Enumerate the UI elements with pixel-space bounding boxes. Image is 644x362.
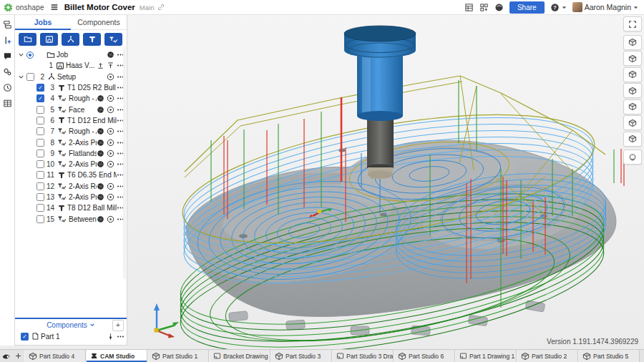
grid-panel-icon[interactable] [3,99,12,108]
menu-icon[interactable] [117,94,125,102]
tree-row[interactable]: 1Haas V... [15,60,127,71]
gears-panel-icon[interactable] [3,67,12,77]
doc-tab[interactable]: Bracket Drawing 1 [209,350,270,362]
help-icon[interactable]: ? [550,3,560,12]
menu-icon[interactable] [117,62,125,69]
play-icon[interactable] [107,150,114,157]
tree-row[interactable]: 2Setup [15,72,127,82]
tree-row[interactable]: ✓3T1 D25 R2 Bull ... [15,82,127,93]
visibility-checkbox[interactable]: ✓ [36,94,44,102]
add-component-button[interactable]: + [112,320,124,331]
visibility-checkbox[interactable] [36,171,44,179]
stock-icon[interactable] [97,150,104,157]
visibility-checkbox[interactable] [36,160,44,168]
play-icon[interactable] [107,106,114,114]
upload-icon[interactable] [97,62,104,69]
tree-row[interactable]: 9Flatlands [15,148,127,159]
workspace-name[interactable]: Main [140,4,155,11]
tab-jobs[interactable]: Jobs [15,15,71,30]
doc-tab[interactable]: Part Studio 1 [147,350,209,362]
new-folder-button[interactable] [19,33,36,46]
stock-icon[interactable] [97,127,104,135]
menu-icon[interactable] [117,171,125,179]
visibility-checkbox[interactable] [36,193,44,201]
tree-row[interactable]: 6T1 D12 End Mill [15,115,127,126]
visibility-checkbox[interactable] [36,139,44,147]
menu-icon[interactable] [117,127,125,135]
visibility-checkbox[interactable]: ✓ [36,84,44,92]
help-menu[interactable]: ? [550,3,567,12]
view-expand-button-1[interactable] [623,16,642,31]
user-menu[interactable]: Aaron Magnin [572,2,638,12]
visibility-checkbox[interactable] [36,204,44,212]
tree-row[interactable]: Job [15,49,127,60]
tree-row[interactable]: 82-Axis Pro... [15,137,127,147]
menu-icon[interactable] [117,333,125,341]
visibility-checkbox[interactable] [26,73,34,81]
play-icon[interactable] [107,182,114,190]
play-icon[interactable] [107,193,114,201]
visibility-checkbox[interactable] [36,117,44,124]
new-tool-button[interactable] [83,33,101,46]
visibility-checkbox[interactable]: ✓ [21,333,29,341]
hamburger-menu-icon[interactable] [50,3,59,11]
app-store-icon[interactable] [479,3,489,12]
view-shaded-button-9[interactable] [623,150,642,165]
play-icon[interactable] [107,127,114,135]
menu-icon[interactable] [117,51,125,59]
link-icon[interactable] [157,4,165,11]
structure-panel-icon[interactable] [3,20,12,29]
play-icon[interactable] [107,215,114,223]
stock-icon[interactable] [97,139,104,147]
menu-icon[interactable] [117,84,125,92]
pin-icon[interactable] [107,333,114,341]
play-icon[interactable] [107,94,114,102]
doc-tab[interactable]: Part 1 Drawing 1 [455,350,517,362]
visibility-checkbox[interactable] [36,215,44,223]
globe-icon[interactable] [494,3,504,12]
play-icon[interactable] [107,73,114,81]
menu-icon[interactable] [117,204,125,212]
doc-tab[interactable]: Part Studio 3 Drawing 1 [332,350,394,362]
view-cube-button-6[interactable] [623,99,642,114]
menu-icon[interactable] [117,150,125,157]
job-radio[interactable] [26,52,34,59]
view-cube-button-5[interactable] [623,83,642,98]
chevron-down-icon[interactable] [18,52,26,58]
pan-cursor-icon[interactable] [0,350,12,362]
doc-tab[interactable]: Part Studio 4 [24,350,86,362]
tree-row[interactable]: 102-Axis Pr... [15,159,127,170]
avatar[interactable] [572,2,582,12]
stock-icon[interactable] [97,182,104,190]
document-title[interactable]: Billet Motor Cover [64,3,135,11]
tree-row[interactable]: 132-Axis Pr... [15,192,127,202]
doc-tab[interactable]: Part Studio 6 [394,350,455,362]
doc-tab[interactable]: CAM Studio [86,350,147,362]
play-icon[interactable] [107,160,114,168]
cam-toolpath-scene[interactable] [127,15,644,349]
stock-icon[interactable] [97,160,104,168]
stock-icon[interactable] [107,51,114,59]
menu-icon[interactable] [117,117,125,124]
tree-row[interactable]: 11T6 D6.35 End Mill [15,170,127,180]
doc-tab[interactable]: Part Studio 5 [578,350,640,362]
visibility-checkbox[interactable] [36,106,44,114]
new-setup-button[interactable] [62,33,79,46]
visibility-checkbox[interactable] [36,127,44,135]
add-tab-button[interactable] [12,350,24,362]
menu-icon[interactable] [117,139,125,147]
stock-icon[interactable] [97,94,104,102]
components-header[interactable]: Components [47,321,87,329]
tree-row[interactable]: 5Face [15,104,127,114]
tree-row[interactable]: 122-Axis Ro... [15,181,127,192]
tree-row[interactable]: 7Rough - All... [15,126,127,137]
chevron-down-icon[interactable] [18,74,26,80]
tree-row[interactable]: 14T8 D12 Ball Mill [15,202,127,213]
view-cube-button-7[interactable] [623,115,642,130]
new-toolpath-button[interactable] [104,33,122,46]
tab-components[interactable]: Components [71,15,127,30]
menu-icon[interactable] [117,73,125,81]
component-row[interactable]: ✓ Part 1 [15,331,127,342]
visibility-checkbox[interactable] [36,150,44,157]
view-cube-button-8[interactable] [623,132,642,147]
